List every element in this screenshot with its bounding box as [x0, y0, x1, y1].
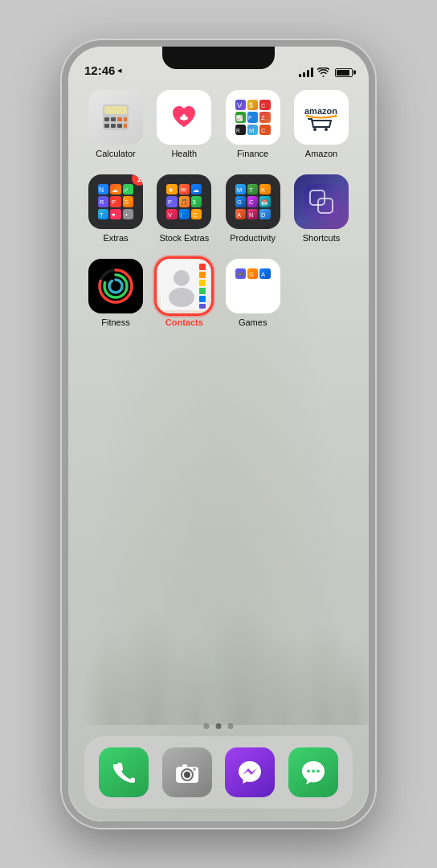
svg-rect-6	[104, 124, 109, 128]
app-icon-amazon[interactable]: amazon	[294, 90, 349, 145]
svg-text:P: P	[248, 116, 252, 121]
dock	[84, 736, 353, 809]
dock-item-phone[interactable]	[99, 747, 149, 797]
phone-frame: 12:46 ◂	[62, 40, 375, 828]
svg-text:☁: ☁	[112, 186, 118, 194]
svg-text:G: G	[249, 271, 254, 278]
svg-text:📅: 📅	[261, 199, 268, 207]
svg-text:R: R	[100, 199, 104, 207]
app-icon-contacts[interactable]	[157, 259, 211, 313]
svg-text:C: C	[193, 211, 198, 219]
svg-rect-12	[180, 117, 188, 120]
battery-icon	[335, 68, 353, 77]
svg-text:$: $	[249, 101, 253, 109]
svg-text:D: D	[261, 211, 266, 219]
svg-rect-66	[199, 304, 206, 309]
app-icon-health[interactable]	[157, 90, 211, 145]
app-item-finance[interactable]: V $ C	[222, 90, 284, 158]
svg-point-68	[169, 288, 194, 307]
svg-text:K: K	[261, 186, 265, 194]
screen: 12:46 ◂	[68, 47, 369, 821]
svg-text:i: i	[181, 212, 182, 218]
app-icon-productivity[interactable]: M T K G C	[226, 174, 280, 229]
notch	[162, 47, 275, 69]
app-item-health[interactable]: Health	[153, 90, 215, 158]
app-grid: Calculator Health	[68, 90, 369, 343]
svg-text:📈: 📈	[236, 115, 243, 122]
app-item-stock-extras[interactable]: ★ ✉ ☁ P 🎵	[153, 174, 215, 243]
svg-text:♥: ♥	[112, 211, 116, 219]
svg-rect-5	[124, 117, 127, 121]
svg-text:G: G	[237, 199, 242, 207]
svg-text:N: N	[249, 211, 254, 219]
app-item-extras[interactable]: 1 N ☁ ✓ R	[84, 174, 147, 243]
svg-point-76	[193, 768, 196, 771]
svg-text:☁: ☁	[193, 186, 199, 194]
app-label-games: Games	[239, 317, 267, 327]
svg-text:V: V	[237, 100, 243, 109]
app-icon-stock-extras[interactable]: ★ ✉ ☁ P 🎵	[157, 174, 211, 229]
svg-rect-65	[199, 296, 206, 302]
status-icons	[299, 68, 353, 77]
app-label-stock-extras: Stock Extras	[159, 233, 209, 243]
page-dots	[204, 723, 234, 729]
svg-point-77	[307, 770, 310, 773]
svg-text:T: T	[100, 211, 104, 219]
svg-text:🎵: 🎵	[180, 199, 188, 207]
app-row-3: Fitness	[84, 259, 353, 327]
svg-point-58	[104, 275, 127, 297]
svg-rect-3	[111, 117, 116, 121]
svg-text:V: V	[168, 211, 173, 219]
svg-text:T: T	[249, 186, 253, 194]
app-label-contacts: Contacts	[165, 317, 203, 327]
svg-text:P: P	[168, 199, 172, 207]
location-icon: ◂	[117, 65, 122, 76]
svg-text:A: A	[237, 211, 242, 219]
svg-rect-62	[199, 272, 206, 278]
app-label-finance: Finance	[237, 149, 268, 158]
dock-item-messages[interactable]	[288, 747, 338, 797]
app-icon-fitness[interactable]	[88, 259, 143, 313]
svg-text:M: M	[237, 186, 242, 194]
phone-icon	[109, 758, 138, 787]
dock-item-camera[interactable]	[162, 747, 212, 797]
svg-point-25	[325, 128, 328, 131]
dock-item-messenger[interactable]	[225, 747, 275, 797]
page-dot-2[interactable]	[216, 723, 222, 729]
app-item-productivity[interactable]: M T K G C	[222, 174, 284, 243]
app-item-games[interactable]: 🎮 G A Games	[222, 259, 284, 327]
svg-rect-9	[124, 124, 127, 128]
wifi-icon	[317, 68, 329, 77]
app-icon-calculator[interactable]	[88, 90, 143, 145]
app-label-calculator: Calculator	[96, 149, 136, 158]
app-item-empty	[290, 259, 353, 327]
svg-text:+: +	[125, 211, 129, 219]
app-icon-shortcuts[interactable]	[294, 174, 349, 229]
svg-rect-75	[182, 764, 187, 768]
svg-point-78	[312, 770, 315, 773]
page-dot-1[interactable]	[204, 723, 210, 729]
status-time: 12:46	[84, 63, 115, 77]
app-label-shortcuts: Shortcuts	[303, 233, 340, 243]
svg-text:amazon: amazon	[304, 106, 337, 116]
svg-text:$: $	[193, 200, 196, 206]
svg-rect-63	[199, 280, 206, 286]
app-icon-extras[interactable]: 1 N ☁ ✓ R	[88, 174, 143, 229]
app-row-2: 1 N ☁ ✓ R	[84, 174, 353, 243]
svg-rect-4	[117, 117, 122, 121]
app-item-shortcuts[interactable]: Shortcuts	[290, 174, 353, 243]
svg-point-59	[109, 280, 122, 293]
app-icon-finance[interactable]: V $ C	[226, 90, 280, 145]
messages-icon	[299, 758, 328, 787]
svg-text:C: C	[261, 102, 266, 109]
page-dot-3[interactable]	[228, 723, 234, 729]
app-item-contacts[interactable]: Contacts	[153, 259, 215, 327]
svg-text:M: M	[249, 127, 254, 134]
app-item-fitness[interactable]: Fitness	[84, 259, 147, 327]
svg-text:P: P	[112, 199, 116, 207]
svg-text:C: C	[249, 199, 254, 207]
app-item-amazon[interactable]: amazon Amazon	[290, 90, 353, 158]
signal-bars	[299, 68, 313, 77]
app-item-calculator[interactable]: Calculator	[84, 90, 147, 158]
app-icon-games[interactable]: 🎮 G A	[226, 259, 280, 313]
